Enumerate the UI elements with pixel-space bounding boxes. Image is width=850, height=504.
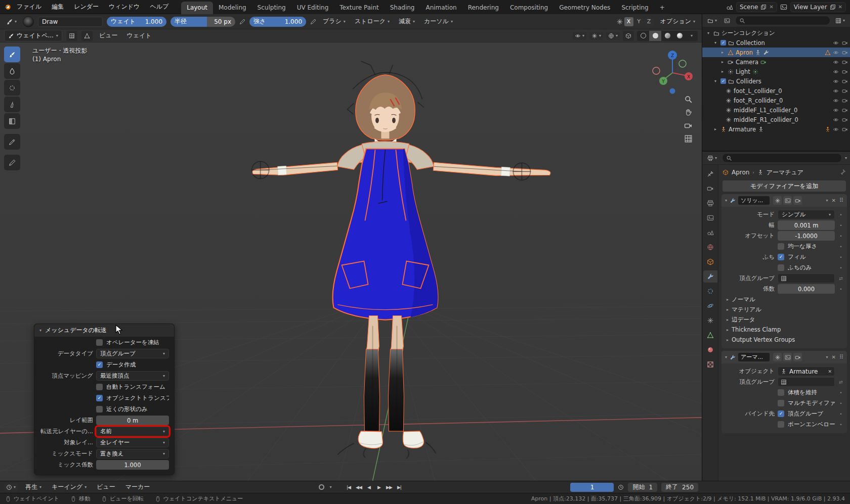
auto-keying-toggle[interactable] bbox=[319, 484, 324, 490]
bind-envelopes-checkbox[interactable]: ボーンエンベロープ bbox=[778, 421, 835, 428]
section-edge-data[interactable]: ▸辺データ bbox=[725, 314, 844, 325]
camera-render-icon[interactable] bbox=[842, 40, 848, 46]
tool-blur[interactable] bbox=[4, 63, 20, 79]
new-scene-icon[interactable] bbox=[760, 4, 767, 10]
shading-solid[interactable] bbox=[649, 31, 661, 41]
section-thickness-clamp[interactable]: ▸Thickness Clamp bbox=[725, 325, 844, 335]
bind-vertex-groups-checkbox[interactable]: ✓頂点グループ bbox=[778, 410, 835, 418]
section-materials[interactable]: ▸マテリアル bbox=[725, 304, 844, 314]
tool-annotate[interactable] bbox=[4, 155, 20, 170]
outliner-filter-dropdown[interactable]: ▾ bbox=[833, 17, 847, 25]
gizmo-neg-y[interactable] bbox=[679, 60, 686, 67]
tab-layout[interactable]: Layout bbox=[181, 2, 213, 14]
tab-texture[interactable] bbox=[703, 358, 717, 371]
play-reverse-button[interactable]: ◀ bbox=[364, 483, 373, 492]
xray-toggle[interactable] bbox=[623, 31, 634, 41]
shading-material[interactable] bbox=[661, 31, 673, 41]
eye-icon[interactable] bbox=[833, 69, 839, 75]
invert-vertex-group-icon[interactable]: ⇄ bbox=[838, 276, 844, 281]
add-modifier-button[interactable]: モディファイアーを追加 bbox=[722, 180, 846, 192]
playback-menu[interactable]: 再生▾ bbox=[23, 482, 44, 492]
outliner-row-light[interactable]: ▸ Light bbox=[702, 67, 850, 76]
view-layer-selector[interactable]: View Layer ✕ bbox=[790, 2, 846, 12]
armature-vertex-group-field[interactable] bbox=[778, 377, 835, 387]
realtime-toggle[interactable] bbox=[783, 353, 792, 361]
tab-animation[interactable]: Animation bbox=[420, 2, 462, 14]
outliner-row-collection[interactable]: ▾ ✓ Collection bbox=[702, 38, 850, 48]
outliner-display-mode-dropdown[interactable] bbox=[722, 17, 732, 25]
preserve-volume-checkbox[interactable]: 体積を維持 bbox=[778, 389, 835, 396]
ortho-grid-icon[interactable] bbox=[684, 134, 693, 143]
outliner-editor-type-dropdown[interactable]: ▾ bbox=[705, 17, 719, 25]
navigation-gizmo[interactable]: Z Y X bbox=[649, 48, 696, 94]
tool-draw[interactable] bbox=[4, 47, 20, 62]
tab-particles[interactable] bbox=[703, 285, 717, 297]
outliner-row-foot-r-collider[interactable]: foot_R_collider_0 bbox=[702, 96, 850, 105]
extras-dropdown[interactable]: ▾ bbox=[826, 355, 828, 359]
active-tool-dropdown[interactable]: ▾ bbox=[4, 17, 19, 26]
outliner-row-middlef-l1-collider[interactable]: middleF_L1_collider_0 bbox=[702, 105, 850, 115]
show-gizmo-dropdown[interactable]: ▾ bbox=[589, 32, 603, 40]
operator-panel-header[interactable]: ▾ メッシュデータの転送 bbox=[34, 324, 174, 337]
properties-editor-type-dropdown[interactable]: ▾ bbox=[705, 154, 719, 162]
tab-shading[interactable]: Shading bbox=[385, 2, 420, 14]
solidify-vertex-group-field[interactable] bbox=[778, 273, 835, 283]
menu-window[interactable]: ウィンドウ bbox=[104, 1, 144, 13]
brush-name-field[interactable]: Draw bbox=[38, 17, 103, 27]
stroke-menu[interactable]: ストローク▾ bbox=[352, 16, 392, 27]
blender-logo[interactable] bbox=[4, 4, 11, 11]
eye-icon[interactable] bbox=[833, 107, 839, 113]
camera-render-icon[interactable] bbox=[842, 117, 848, 123]
options-menu[interactable]: オプション▾ bbox=[658, 16, 698, 27]
camera-render-icon[interactable] bbox=[842, 59, 848, 65]
remove-view-layer-icon[interactable]: ✕ bbox=[838, 4, 842, 10]
tab-material[interactable] bbox=[703, 344, 717, 356]
scene-selector[interactable]: Scene ✕ bbox=[736, 2, 777, 12]
camera-render-icon[interactable] bbox=[842, 69, 848, 75]
pin-icon[interactable] bbox=[840, 169, 846, 175]
section-normals[interactable]: ▸ノーマル bbox=[725, 294, 844, 304]
menu-help[interactable]: ヘルプ bbox=[145, 1, 173, 13]
object-transform-checkbox[interactable]: ✓オブジェクトトランスフ... bbox=[96, 394, 169, 402]
eye-icon[interactable] bbox=[833, 59, 839, 65]
edit-mode-toggle[interactable] bbox=[773, 353, 782, 361]
outliner-search-input[interactable] bbox=[735, 16, 830, 25]
edit-mode-toggle[interactable] bbox=[773, 196, 782, 205]
properties-filter-dropdown[interactable]: ▾ bbox=[845, 156, 847, 160]
eye-icon[interactable] bbox=[833, 40, 839, 46]
eye-icon[interactable] bbox=[833, 88, 839, 94]
overlays-dropdown[interactable]: ▾ bbox=[606, 32, 620, 40]
camera-render-icon[interactable] bbox=[842, 88, 848, 94]
outliner-row-apron[interactable]: ▸ Apron bbox=[702, 48, 850, 57]
object-visibility-dropdown[interactable]: ▾ bbox=[573, 32, 586, 40]
collection-exclude-checkbox[interactable]: ✓ bbox=[720, 40, 726, 45]
shading-dropdown[interactable]: ▾ bbox=[686, 31, 698, 41]
properties-search-input[interactable] bbox=[722, 153, 842, 163]
eye-icon[interactable] bbox=[833, 117, 839, 123]
mirror-x-toggle[interactable]: X bbox=[624, 17, 633, 26]
solidify-name-field[interactable]: ソリッ... bbox=[738, 196, 770, 205]
freeze-operator-checkbox[interactable]: オペレーターを凍結 bbox=[96, 339, 169, 346]
only-neighbor-checkbox[interactable]: 近くの形状のみ bbox=[96, 405, 169, 413]
outliner-row-camera[interactable]: ▸ Camera bbox=[702, 57, 850, 67]
tab-physics[interactable] bbox=[703, 300, 717, 312]
tool-average[interactable] bbox=[4, 80, 20, 96]
multi-modifier-checkbox[interactable]: マルチモディファイア... bbox=[778, 399, 835, 407]
auto-transform-checkbox[interactable]: 自動トランスフォーム bbox=[96, 383, 169, 391]
mirror-z-toggle[interactable]: Z bbox=[645, 17, 654, 26]
camera-render-icon[interactable] bbox=[842, 50, 848, 56]
keying-menu[interactable]: キーイング▾ bbox=[49, 482, 89, 492]
tab-compositing[interactable]: Compositing bbox=[504, 2, 554, 14]
tab-object-data[interactable] bbox=[703, 329, 717, 341]
outliner-row-middlef-r1-collider[interactable]: middleF_R1_collider_0 bbox=[702, 115, 850, 124]
tab-scene[interactable] bbox=[703, 226, 717, 239]
render-toggle[interactable] bbox=[793, 353, 802, 361]
shading-wireframe[interactable] bbox=[637, 31, 649, 41]
armature-object-field[interactable]: Armature ✕ bbox=[778, 366, 835, 376]
invert-vertex-group-icon[interactable]: ⇄ bbox=[838, 380, 844, 385]
eye-icon[interactable] bbox=[833, 98, 839, 104]
destination-layers-dropdown[interactable]: 全レイヤー▾ bbox=[96, 438, 169, 447]
zoom-icon[interactable] bbox=[684, 95, 693, 104]
source-layers-dropdown[interactable]: 名前▾ bbox=[96, 427, 169, 436]
character-model[interactable] bbox=[252, 61, 550, 459]
